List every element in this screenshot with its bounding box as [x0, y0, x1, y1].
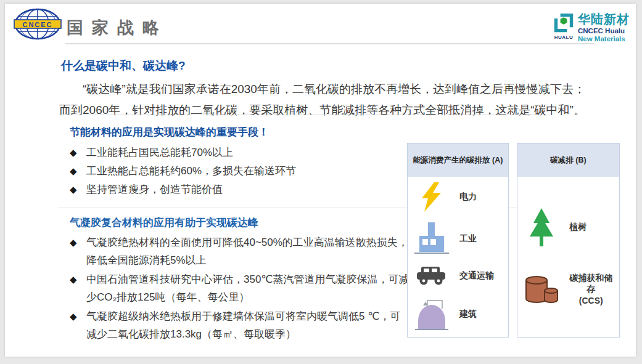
cncec-globe-logo-icon: CNCEC — [14, 8, 62, 41]
diamond-bullet-icon: ◆ — [70, 270, 77, 288]
hualu-icon-label: HUALU — [554, 34, 574, 40]
title-underline — [65, 43, 595, 44]
bullet-item: ◆中国石油管道科技研究中心评估，350℃蒸汽管道用气凝胶保温，可减少CO₂排放1… — [70, 270, 410, 306]
page-title: 国家战略 — [67, 17, 168, 39]
panel-b-item-tree: 植树 — [522, 208, 617, 246]
panel-a-title: 能源消费产生的碳排放 (A) — [408, 144, 508, 179]
diamond-bullet-icon: ◆ — [70, 307, 77, 325]
panel-a-label: 建筑 — [459, 309, 477, 320]
bullet-item: ◆气凝胶超级纳米绝热板用于修建墙体保温可将室内暖气调低5 ℃，可减少二氧化碳排放… — [70, 307, 410, 343]
hualu-logo-icon: HUALU — [553, 13, 575, 40]
diamond-bullet-icon: ◆ — [70, 180, 77, 199]
panel-carbon-emission: 能源消费产生的碳排放 (A) 电力 — [407, 143, 509, 338]
slide-page: CNCEC 国家战略 HUALU 华陆新材 CNCEC Hualu New Ma… — [0, 0, 642, 364]
lightning-icon — [421, 182, 443, 212]
panel-a-item-electricity: 电力 — [413, 182, 506, 212]
svg-text:CNCEC: CNCEC — [22, 21, 52, 28]
panel-a-item-transport: 交通运输 — [413, 265, 506, 286]
storage-tank-icon — [524, 274, 559, 305]
factory-icon — [414, 222, 449, 256]
bullet-item: ◆坚持管道瘦身，创造节能价值 — [70, 180, 403, 199]
car-icon — [416, 265, 447, 286]
bullet-text: 工业能耗占国民总能耗70%以上 — [86, 147, 233, 158]
ccs-label-line2: (CCS) — [566, 295, 617, 306]
panel-b-title: 碳减排 (B) — [517, 144, 619, 179]
panel-a-label: 工业 — [459, 233, 477, 245]
intro-line1: “碳达峰”就是我们国家承诺在2030年前，二氧化碳的排放不再增长，达到峰值之后再… — [59, 79, 614, 100]
panel-a-item-industry: 工业 — [413, 222, 506, 256]
panel-b-label: 碳捕获和储存 (CCS) — [566, 272, 617, 306]
diamond-bullet-icon: ◆ — [70, 144, 77, 162]
bullet-text: 气凝胶绝热材料的全面使用可降低40~50%的工业高温输送散热损失，降低全国能源消… — [86, 237, 408, 266]
hualu-cn-name: 华陆新材 — [578, 13, 630, 26]
building-icon — [415, 296, 448, 332]
divider — [59, 115, 543, 115]
bullet-item: ◆气凝胶绝热材料的全面使用可降低40~50%的工业高温输送散热损失，降低全国能源… — [70, 233, 410, 269]
panel-b-label: 植树 — [569, 222, 586, 233]
bullet-item: ◆工业热能占总能耗约60%，多损失在输送环节 — [70, 162, 403, 180]
bullet-item: ◆工业能耗占国民总能耗70%以上 — [70, 144, 403, 162]
hualu-en-line1: CNCEC Hualu — [578, 27, 630, 34]
panel-a-item-building: 建筑 — [413, 296, 506, 332]
bullet-text: 坚持管道瘦身，创造节能价值 — [86, 184, 223, 195]
section1-bullet-list: ◆工业能耗占国民总能耗70%以上 ◆工业热能占总能耗约60%，多损失在输送环节 … — [70, 144, 403, 199]
bullet-text: 中国石油管道科技研究中心评估，350℃蒸汽管道用气凝胶保温，可减少CO₂排放12… — [86, 273, 409, 303]
intro-heading: 什么是碳中和、碳达峰? — [61, 58, 186, 74]
ccs-label-line1: 碳捕获和储存 — [566, 272, 617, 294]
bullet-text: 气凝胶超级纳米绝热板用于修建墙体保温可将室内暖气调低5 ℃，可减少二氧化碳排放1… — [86, 310, 400, 340]
panel-carbon-reduction: 碳减排 (B) 植树 — [517, 143, 620, 338]
diamond-bullet-icon: ◆ — [70, 233, 77, 251]
panel-a-label: 电力 — [459, 192, 477, 203]
section1-heading: 节能材料的应用是实现碳达峰的重要手段！ — [70, 125, 269, 139]
section2-heading: 气凝胶复合材料的应用有助于实现碳达峰 — [70, 216, 258, 230]
panel-b-item-ccs: 碳捕获和储存 (CCS) — [522, 272, 617, 306]
section2-bullet-list: ◆气凝胶绝热材料的全面使用可降低40~50%的工业高温输送散热损失，降低全国能源… — [70, 233, 410, 344]
tree-icon — [527, 208, 556, 246]
diamond-bullet-icon: ◆ — [70, 162, 77, 180]
hualu-en-line2: New Materials — [578, 35, 630, 42]
panel-a-label: 交通运输 — [459, 270, 494, 281]
hualu-brand: HUALU 华陆新材 CNCEC Hualu New Materials — [553, 13, 630, 42]
bullet-text: 工业热能占总能耗约60%，多损失在输送环节 — [86, 165, 296, 177]
